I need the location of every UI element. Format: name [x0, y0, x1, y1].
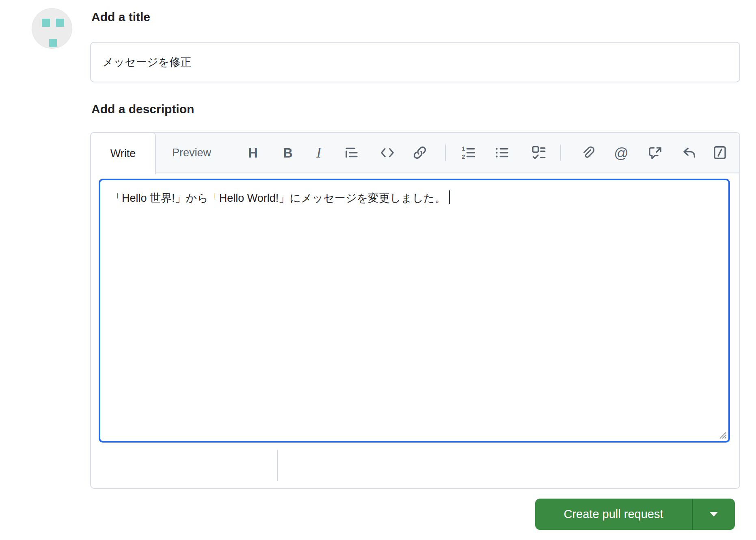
description-heading: Add a description [91, 102, 194, 116]
mention-icon: @ [614, 146, 629, 160]
create-pull-request-button[interactable]: Create pull request [535, 499, 692, 530]
task-list-icon [531, 145, 546, 160]
task-list-button[interactable] [529, 143, 548, 162]
identicon-square [56, 19, 64, 27]
title-heading: Add a title [91, 10, 150, 24]
cross-reference-icon [647, 145, 663, 160]
description-textarea[interactable]: 「Hello 世界!」から「Hello World!」にメッセージを変更しました… [99, 179, 730, 443]
quote-icon [344, 145, 359, 160]
svg-text:1: 1 [462, 145, 465, 152]
quote-button[interactable] [342, 143, 361, 162]
cross-reference-button[interactable] [646, 143, 664, 162]
attach-file-button[interactable] [579, 143, 597, 162]
code-button[interactable] [378, 143, 397, 162]
title-input[interactable] [90, 42, 740, 82]
bullet-list-icon [495, 145, 510, 160]
chevron-down-icon [710, 512, 718, 516]
markdown-help-link[interactable]: M↓ Markdown is supported [91, 450, 274, 481]
numbered-list-button[interactable]: 1 2 [459, 143, 478, 162]
tab-preview-label: Preview [172, 147, 211, 159]
bullet-list-button[interactable] [493, 143, 512, 162]
create-pull-request-label: Create pull request [564, 508, 663, 521]
description-text: 「Hello 世界!」から「Hello World!」にメッセージを変更しました… [111, 192, 446, 204]
reply-icon [682, 145, 697, 160]
description-editor: Write Preview H B I [90, 132, 740, 489]
numbered-list-icon: 1 2 [461, 145, 476, 160]
slash-command-icon [712, 145, 728, 160]
slash-command-button[interactable] [711, 143, 729, 162]
italic-icon: I [316, 146, 321, 160]
markdown-toolbar: Write Preview H B I [91, 133, 739, 173]
reply-button[interactable] [680, 143, 699, 162]
paperclip-icon [580, 145, 596, 160]
bold-icon: B [283, 146, 293, 160]
mention-button[interactable]: @ [612, 143, 631, 162]
create-options-dropdown-button[interactable] [693, 499, 735, 530]
pull-request-form: Add a title Add a description Write Prev… [0, 0, 756, 540]
code-icon [380, 145, 395, 160]
link-icon [412, 145, 428, 160]
footer-divider [277, 450, 278, 481]
toolbar-divider [445, 145, 446, 161]
identicon-square [49, 39, 57, 47]
heading-icon: H [248, 146, 258, 160]
italic-button[interactable]: I [309, 143, 328, 162]
avatar [32, 8, 72, 49]
resize-handle-icon[interactable] [717, 429, 727, 440]
heading-button[interactable]: H [244, 143, 262, 162]
text-caret [449, 190, 450, 204]
tab-write-label: Write [110, 147, 136, 160]
svg-text:2: 2 [462, 153, 465, 160]
bold-button[interactable]: B [279, 143, 297, 162]
identicon-square [42, 19, 50, 27]
create-pull-request-split-button: Create pull request [535, 499, 735, 530]
attach-files-button[interactable]: Paste, drop, or click to add files [290, 450, 574, 481]
tab-preview[interactable]: Preview [163, 133, 220, 173]
tab-write[interactable]: Write [90, 132, 156, 174]
link-button[interactable] [410, 143, 429, 162]
toolbar-divider [560, 145, 561, 161]
